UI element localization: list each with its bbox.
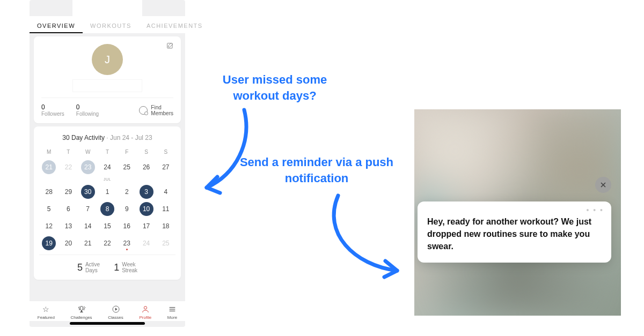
username-blank — [72, 79, 142, 92]
annotation-missed-days: User missed some workout days? — [205, 72, 345, 103]
calendar-day[interactable]: 30 — [81, 185, 95, 199]
nav-challenges[interactable]: 🏆︎ Challenges — [71, 304, 92, 320]
search-members-icon — [139, 106, 148, 115]
following-stat[interactable]: 0 Following — [76, 103, 99, 117]
calendar-day[interactable]: 20 — [61, 236, 75, 250]
calendar-day[interactable]: 22 — [61, 160, 75, 174]
calendar-day[interactable]: 8 — [100, 202, 114, 216]
calendar-day[interactable]: 15 — [100, 219, 114, 233]
dow-label: S — [156, 149, 175, 157]
calendar-grid: MTWTFSS21222324252627JUL2829301234567891… — [39, 149, 175, 250]
month-label — [58, 177, 78, 182]
calendar-day[interactable]: 1 — [100, 185, 114, 199]
dow-label: S — [136, 149, 156, 157]
month-label: JUL — [98, 177, 117, 182]
calendar-day[interactable]: 24 — [100, 160, 114, 174]
play-circle-icon — [111, 304, 121, 314]
push-notification-preview: • • • Hey, ready for another workout? We… — [414, 109, 621, 316]
profile-card: J 0 Followers 0 Following Find Members — [34, 36, 181, 123]
calendar-day[interactable]: 3 — [140, 185, 153, 199]
calendar-day[interactable]: 26 — [140, 160, 153, 174]
calendar-day[interactable]: 22 — [100, 236, 114, 250]
arrow-to-notification-icon — [317, 190, 413, 281]
svg-point-2 — [144, 307, 147, 309]
calendar-day[interactable]: 27 — [159, 160, 173, 174]
calendar-day[interactable]: 4 — [159, 185, 173, 199]
ellipsis-icon[interactable]: • • • — [587, 206, 604, 214]
calendar-day[interactable]: 9 — [120, 202, 134, 216]
month-label — [136, 177, 156, 182]
header-blank — [72, 0, 142, 16]
profile-tabs: OVERVIEW WORKOUTS ACHIEVEMENTS — [30, 16, 185, 33]
calendar-day[interactable]: 2 — [120, 185, 134, 199]
calendar-day[interactable]: 5 — [42, 202, 56, 216]
follow-stats-row: 0 Followers 0 Following Find Members — [41, 98, 173, 117]
calendar-day[interactable]: 14 — [81, 219, 95, 233]
calendar-day[interactable]: 25 — [159, 236, 173, 250]
nav-profile[interactable]: Profile — [139, 304, 151, 320]
tab-workouts[interactable]: WORKOUTS — [83, 18, 139, 33]
activity-calendar-card: 30 Day Activity · Jun 24 - Jul 23 MTWTFS… — [34, 126, 181, 280]
calendar-day[interactable]: 25 — [120, 160, 134, 174]
trophy-icon: 🏆︎ — [77, 304, 86, 314]
calendar-day[interactable]: 23 — [81, 160, 95, 174]
calendar-day[interactable]: 28 — [42, 185, 56, 199]
nav-featured[interactable]: ☆ Featured — [38, 304, 55, 320]
tab-achievements[interactable]: ACHIEVEMENTS — [139, 18, 210, 33]
calendar-day[interactable]: 10 — [140, 202, 153, 216]
dow-label: W — [78, 149, 98, 157]
home-indicator — [70, 322, 145, 325]
calendar-day[interactable]: 29 — [61, 185, 75, 199]
calendar-day[interactable]: 19 — [42, 236, 56, 250]
menu-icon — [167, 304, 177, 314]
week-streak-stat: 1 Week Streak — [114, 262, 137, 273]
calendar-day[interactable]: 24 — [140, 236, 153, 250]
dow-label: T — [58, 149, 78, 157]
bottom-nav: ☆ Featured 🏆︎ Challenges Classes Profile… — [30, 301, 185, 321]
star-icon: ☆ — [41, 304, 51, 314]
calendar-stats: 5 Active Days 1 Week Streak — [39, 255, 175, 274]
calendar-day[interactable]: 18 — [159, 219, 173, 233]
calendar-day[interactable]: 7 — [81, 202, 95, 216]
calendar-day[interactable]: 11 — [159, 202, 173, 216]
calendar-day[interactable]: 6 — [61, 202, 75, 216]
calendar-day[interactable]: 17 — [140, 219, 153, 233]
find-members-button[interactable]: Find Members — [139, 104, 173, 116]
calendar-day[interactable]: 21 — [42, 160, 56, 174]
followers-stat[interactable]: 0 Followers — [41, 103, 64, 117]
month-label — [78, 177, 98, 182]
nav-more[interactable]: More — [167, 304, 177, 320]
month-label — [117, 177, 136, 182]
close-icon[interactable] — [595, 177, 611, 193]
calendar-day[interactable]: 21 — [81, 236, 95, 250]
notification-card[interactable]: • • • Hey, ready for another workout? We… — [418, 201, 611, 263]
calendar-day[interactable]: 23 — [120, 236, 134, 250]
notification-text: Hey, ready for another workout? We just … — [427, 215, 602, 253]
fitness-app-screenshot: OVERVIEW WORKOUTS ACHIEVEMENTS J 0 Follo… — [30, 0, 185, 327]
calendar-day[interactable]: 16 — [120, 219, 134, 233]
calendar-day[interactable]: 12 — [42, 219, 56, 233]
profile-icon — [141, 304, 150, 314]
tab-overview[interactable]: OVERVIEW — [30, 18, 83, 33]
active-days-stat: 5 Active Days — [77, 262, 100, 273]
dow-label: T — [98, 149, 117, 157]
avatar[interactable]: J — [92, 44, 123, 75]
dow-label: M — [39, 149, 58, 157]
edit-icon[interactable] — [166, 42, 174, 50]
month-label — [39, 177, 58, 182]
calendar-title: 30 Day Activity · Jun 24 - Jul 23 — [39, 134, 175, 141]
arrow-to-calendar-icon — [193, 104, 263, 201]
month-label — [156, 177, 175, 182]
nav-classes[interactable]: Classes — [108, 304, 123, 320]
dow-label: F — [117, 149, 136, 157]
calendar-day[interactable]: 13 — [61, 219, 75, 233]
